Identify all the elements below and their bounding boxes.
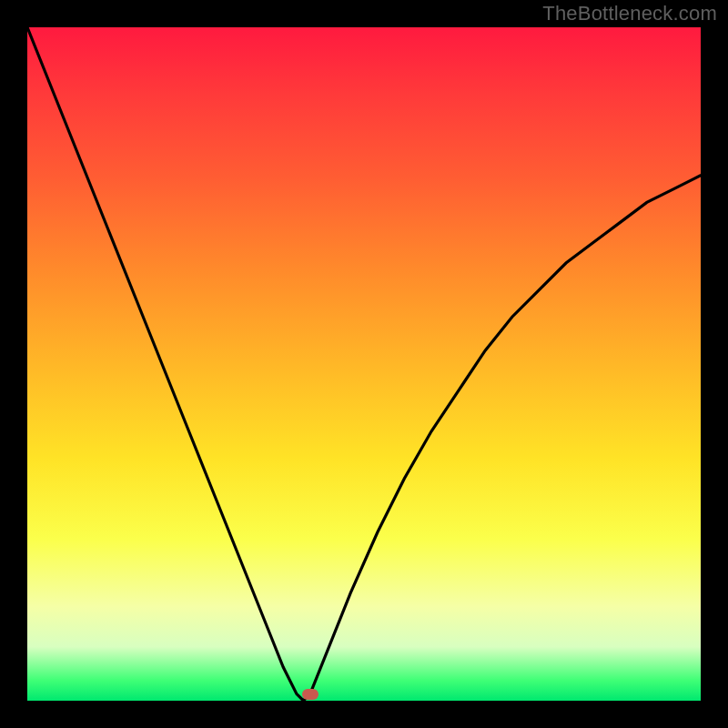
bottleneck-curve: [27, 27, 701, 701]
curve-svg: [27, 27, 701, 701]
chart-frame: TheBottleneck.com: [0, 0, 728, 728]
plot-area: [27, 27, 701, 701]
optimum-marker: [302, 689, 318, 700]
watermark-text: TheBottleneck.com: [542, 2, 717, 25]
